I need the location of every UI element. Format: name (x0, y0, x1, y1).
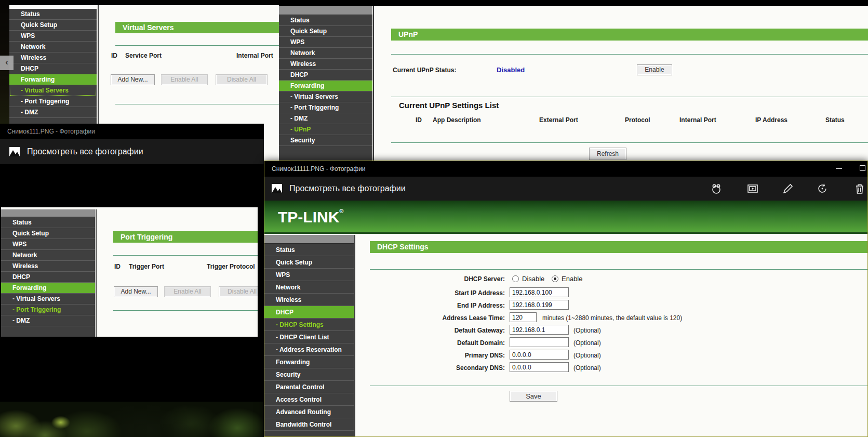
sidebar-item-virtual-servers[interactable]: - Virtual Servers (1, 294, 95, 304)
lease-time-label: Address Lease Time: (355, 314, 505, 322)
enable-all-button[interactable]: Enable All (161, 74, 208, 85)
add-new-button[interactable]: Add New... (111, 74, 155, 85)
sidebar-item-quick-setup[interactable]: Quick Setup (1, 228, 95, 239)
col-internal-port: Internal Port (236, 52, 273, 59)
sidebar-item-forwarding[interactable]: Forwarding (1, 283, 95, 294)
rotate-icon[interactable] (816, 182, 829, 195)
divider (113, 310, 258, 311)
disable-all-button[interactable]: Disable All (216, 74, 268, 85)
start-ip-input[interactable] (510, 287, 569, 297)
sidebar-item-wireless[interactable]: Wireless (1, 261, 95, 272)
page-title: Virtual Servers (115, 22, 279, 33)
sidebar-item-advanced-routing[interactable]: Advanced Routing (264, 406, 354, 418)
sidebar-item-wps[interactable]: WPS (9, 31, 97, 42)
default-domain-label: Default Domain: (355, 339, 505, 347)
sidebar-item-forwarding[interactable]: Forwarding (279, 81, 372, 91)
divider (115, 104, 279, 104)
sidebar-item-bandwidth-control[interactable]: Bandwidth Control (264, 418, 354, 431)
sidebar-item-dhcp-client-list[interactable]: - DHCP Client List (264, 331, 354, 343)
see-all-photos-label[interactable]: Просмотреть все фотографии (289, 184, 406, 193)
sidebar-item-wireless[interactable]: Wireless (9, 52, 97, 63)
enable-all-button[interactable]: Enable All (164, 286, 211, 297)
sidebar-item-forwarding[interactable]: Forwarding (264, 356, 354, 368)
photos-back-toolbar[interactable]: Просмотреть все фотографии (0, 139, 264, 164)
col-service-port: Service Port (125, 52, 162, 59)
col-id: ID (416, 116, 422, 124)
col-trigger-port: Trigger Port (129, 263, 164, 270)
save-button[interactable]: Save (510, 391, 557, 402)
sidebar-item-security[interactable]: Security (279, 135, 372, 146)
primary-dns-input[interactable] (510, 350, 569, 360)
disable-all-button[interactable]: Disable All (219, 286, 258, 297)
sidebar-item-wireless[interactable]: Wireless (279, 59, 372, 70)
sidebar-item-network[interactable]: Network (264, 281, 354, 294)
sidebar-item-wps[interactable]: WPS (264, 269, 354, 281)
sidebar-item-access-control[interactable]: Access Control (264, 393, 354, 406)
sidebar-item-dhcp[interactable]: DHCP (1, 272, 95, 283)
sidebar-item-dhcp[interactable]: DHCP (264, 306, 354, 319)
sidebar-item-port-triggering[interactable]: - Port Triggering (279, 102, 372, 113)
sidebar-item-port-triggering[interactable]: - Port Triggering (1, 304, 95, 315)
sidebar-item-virtual-servers[interactable]: - Virtual Servers (9, 85, 97, 96)
divider (391, 54, 868, 55)
sidebar-item-dmz[interactable]: - DMZ (9, 107, 97, 118)
upnp-status-value: Disabled (497, 66, 525, 74)
sidebar-item-status[interactable]: Status (279, 15, 372, 26)
secondary-dns-input[interactable] (510, 362, 569, 372)
minimize-button[interactable] (829, 161, 849, 176)
sidebar-item-wps[interactable]: WPS (1, 239, 95, 250)
sidebar-item-network[interactable]: Network (1, 250, 95, 261)
page-title: DHCP Settings (370, 241, 867, 253)
slideshow-icon[interactable] (746, 182, 759, 195)
sidebar-item-upnp[interactable]: - UPnP (279, 124, 372, 135)
lease-time-input[interactable] (510, 312, 537, 322)
delete-icon[interactable] (853, 182, 866, 195)
disable-radio[interactable] (512, 275, 519, 282)
photos-back-titlebar: Снимок111.PNG - Фотографии (0, 124, 264, 139)
sidebar-item-quick-setup[interactable]: Quick Setup (264, 256, 354, 269)
sidebar-item-security[interactable]: Security (264, 368, 354, 381)
enable-button[interactable]: Enable (637, 64, 672, 75)
edit-icon[interactable] (782, 182, 794, 195)
sidebar-item-dmz[interactable]: - DMZ (279, 113, 372, 124)
registered-mark: ® (339, 208, 343, 214)
sidebar-item-quick-setup[interactable]: Quick Setup (9, 20, 97, 31)
sidebar-item-dhcp[interactable]: DHCP (9, 63, 97, 74)
port-triggering-main: Port Triggering ID Trigger Port Trigger … (97, 207, 258, 337)
sidebar-item-status[interactable]: Status (264, 244, 354, 256)
default-gateway-input[interactable] (510, 325, 569, 335)
col-trigger-protocol: Trigger Protocol (207, 263, 255, 270)
sidebar-item-network[interactable]: Network (279, 48, 372, 59)
sidebar-item-status[interactable]: Status (9, 9, 97, 20)
disable-radio-label[interactable]: Disable (522, 275, 544, 283)
sidebar-item-wps[interactable]: WPS (279, 37, 372, 48)
sidebar-item-quick-setup[interactable]: Quick Setup (279, 26, 372, 37)
photos-icon[interactable] (271, 182, 283, 195)
sidebar-item-port-triggering[interactable]: - Port Triggering (9, 96, 97, 107)
enable-radio[interactable] (552, 275, 558, 282)
divider (370, 386, 867, 386)
sidebar-port-triggering: Status Quick Setup WPS Network Wireless … (1, 209, 95, 337)
tplink-logo: TP-LINK® (278, 208, 343, 226)
end-ip-input[interactable] (510, 300, 569, 310)
sidebar-item-parental-control[interactable]: Parental Control (264, 381, 354, 393)
sidebar-item-network[interactable]: Network (9, 42, 97, 52)
sidebar-item-status[interactable]: Status (1, 217, 95, 228)
sidebar-item-wireless[interactable]: Wireless (264, 294, 354, 306)
enable-radio-label[interactable]: Enable (562, 275, 582, 283)
sidebar-item-dhcp[interactable]: DHCP (279, 70, 372, 81)
lease-time-note: minutes (1~2880 minutes, the default val… (542, 314, 682, 322)
previous-photo-arrow[interactable]: ‹ (0, 56, 14, 70)
refresh-button[interactable]: Refresh (589, 148, 626, 160)
share-icon[interactable] (710, 182, 723, 195)
sidebar-item-dmz[interactable]: - DMZ (1, 315, 95, 326)
sidebar-item-address-reservation[interactable]: - Address Reservation (264, 343, 354, 356)
sidebar-item-forwarding[interactable]: Forwarding (9, 74, 97, 85)
photos-icon (8, 145, 21, 158)
maximize-button[interactable] (852, 161, 868, 176)
minimize-icon (836, 168, 842, 169)
default-domain-input[interactable] (510, 337, 569, 347)
sidebar-item-virtual-servers[interactable]: - Virtual Servers (279, 91, 372, 102)
sidebar-item-dhcp-settings[interactable]: - DHCP Settings (264, 319, 354, 331)
add-new-button[interactable]: Add New... (114, 286, 158, 297)
